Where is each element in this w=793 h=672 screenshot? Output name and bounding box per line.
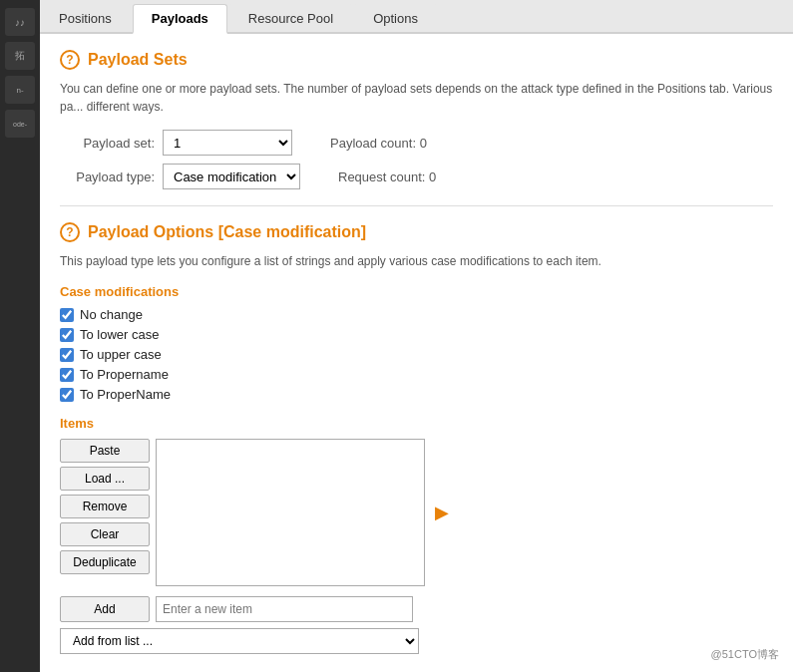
load-button[interactable]: Load ... xyxy=(60,467,150,491)
payload-options-section: ? Payload Options [Case modification] Th… xyxy=(60,222,773,654)
content-area: ? Payload Sets You can define one or mor… xyxy=(40,34,793,672)
checkbox-to-properName: To ProperName xyxy=(60,387,773,402)
payload-sets-header: ? Payload Sets xyxy=(60,50,773,70)
checkbox-no-change-label: No change xyxy=(80,307,143,322)
clear-button[interactable]: Clear xyxy=(60,522,150,546)
main-content: Positions Payloads Resource Pool Options… xyxy=(40,0,793,672)
tab-options[interactable]: Options xyxy=(354,4,437,32)
items-section: Items Paste Load ... Remove Clear Dedupl… xyxy=(60,416,773,654)
checkbox-to-upper-label: To upper case xyxy=(80,347,162,362)
payload-set-select[interactable]: 1 xyxy=(163,130,292,156)
case-modifications-label: Case modifications xyxy=(60,284,773,299)
add-from-list-select[interactable]: Add from list ... xyxy=(60,628,419,654)
sidebar-icon-4[interactable]: ode- xyxy=(5,110,35,138)
payload-type-row: Payload type: Case modification Request … xyxy=(60,164,773,189)
checkbox-no-change: No change xyxy=(60,307,773,322)
remove-button[interactable]: Remove xyxy=(60,495,150,518)
checkbox-to-upper-case: To upper case xyxy=(60,347,773,362)
payload-options-title: Payload Options [Case modification] xyxy=(88,223,366,241)
payload-options-desc: This payload type lets you configure a l… xyxy=(60,252,773,270)
question-icon-1: ? xyxy=(60,50,80,70)
payload-set-label: Payload set: xyxy=(60,136,155,151)
arrow-icon: ▶ xyxy=(435,439,449,586)
left-sidebar: ♪♪ 拓 n- ode- xyxy=(0,0,40,672)
payload-type-label: Payload type: xyxy=(60,169,155,184)
checkbox-to-lower-label: To lower case xyxy=(80,327,159,342)
payload-sets-title: Payload Sets xyxy=(88,51,188,69)
tab-bar: Positions Payloads Resource Pool Options xyxy=(40,0,793,34)
checkbox-to-lower-case: To lower case xyxy=(60,327,773,342)
checkbox-no-change-input[interactable] xyxy=(60,308,74,322)
payload-type-select[interactable]: Case modification xyxy=(163,164,300,189)
add-row: Add xyxy=(60,596,773,622)
section-divider xyxy=(60,205,773,206)
paste-button[interactable]: Paste xyxy=(60,439,150,463)
checkbox-propername-label: To Propername xyxy=(80,367,169,382)
add-from-list-row: Add from list ... xyxy=(60,628,773,654)
payload-count-stat: Payload count: 0 xyxy=(330,136,427,151)
sidebar-icon-3[interactable]: n- xyxy=(5,76,35,104)
tab-positions[interactable]: Positions xyxy=(40,4,131,32)
items-textarea[interactable] xyxy=(156,439,425,586)
watermark: @51CTO博客 xyxy=(711,647,779,662)
tab-payloads[interactable]: Payloads xyxy=(133,4,227,34)
deduplicate-button[interactable]: Deduplicate xyxy=(60,550,150,574)
checkbox-to-propername: To Propername xyxy=(60,367,773,382)
payload-sets-desc: You can define one or more payload sets.… xyxy=(60,80,773,116)
items-body: Paste Load ... Remove Clear Deduplicate … xyxy=(60,439,773,586)
items-label: Items xyxy=(60,416,773,431)
checkbox-to-upper-input[interactable] xyxy=(60,348,74,362)
checkbox-properName-label: To ProperName xyxy=(80,387,171,402)
items-buttons: Paste Load ... Remove Clear Deduplicate xyxy=(60,439,150,586)
payload-options-header: ? Payload Options [Case modification] xyxy=(60,222,773,242)
add-item-input[interactable] xyxy=(156,596,413,622)
sidebar-icon-2[interactable]: 拓 xyxy=(5,42,35,70)
payload-set-row: Payload set: 1 Payload count: 0 xyxy=(60,130,773,156)
sidebar-icon-1[interactable]: ♪♪ xyxy=(5,8,35,36)
checkbox-propername-input[interactable] xyxy=(60,368,74,382)
add-button[interactable]: Add xyxy=(60,596,150,622)
checkbox-to-lower-input[interactable] xyxy=(60,328,74,342)
checkbox-properName-input[interactable] xyxy=(60,388,74,402)
question-icon-2: ? xyxy=(60,222,80,242)
tab-resource-pool[interactable]: Resource Pool xyxy=(229,4,352,32)
request-count-stat: Request count: 0 xyxy=(338,169,436,184)
